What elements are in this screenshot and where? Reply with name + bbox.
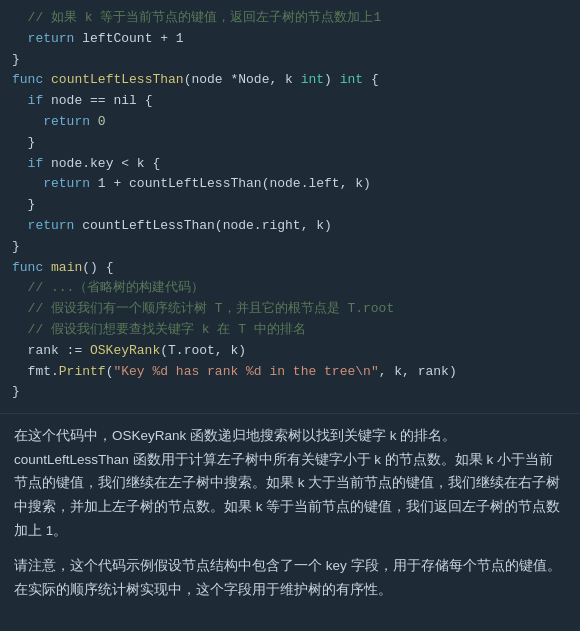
code-line: // ...（省略树的构建代码） [12,278,568,299]
code-line: } [12,237,568,258]
code-line: } [12,382,568,403]
code-line: return countLeftLessThan(node.right, k) [12,216,568,237]
code-line: // 假设我们想要查找关键字 k 在 T 中的排名 [12,320,568,341]
explanation-paragraph: 请注意，这个代码示例假设节点结构中包含了一个 key 字段，用于存储每个节点的键… [14,554,566,601]
code-line: rank := OSKeyRank(T.root, k) [12,341,568,362]
code-line: } [12,195,568,216]
code-line: } [12,133,568,154]
code-block: // 如果 k 等于当前节点的键值，返回左子树的节点数加上1 return le… [0,0,580,413]
code-line: } [12,50,568,71]
code-line: if node == nil { [12,91,568,112]
code-line: func countLeftLessThan(node *Node, k int… [12,70,568,91]
code-line: return 0 [12,112,568,133]
code-line: if node.key < k { [12,154,568,175]
code-line: return 1 + countLeftLessThan(node.left, … [12,174,568,195]
code-line: return leftCount + 1 [12,29,568,50]
code-line: // 如果 k 等于当前节点的键值，返回左子树的节点数加上1 [12,8,568,29]
code-line: // 假设我们有一个顺序统计树 T，并且它的根节点是 T.root [12,299,568,320]
explanation-section: 在这个代码中，OSKeyRank 函数递归地搜索树以找到关键字 k 的排名。co… [0,413,580,615]
code-line: fmt.Printf("Key %d has rank %d in the tr… [12,362,568,383]
code-line: func main() { [12,258,568,279]
explanation-paragraph: 在这个代码中，OSKeyRank 函数递归地搜索树以找到关键字 k 的排名。co… [14,424,566,542]
